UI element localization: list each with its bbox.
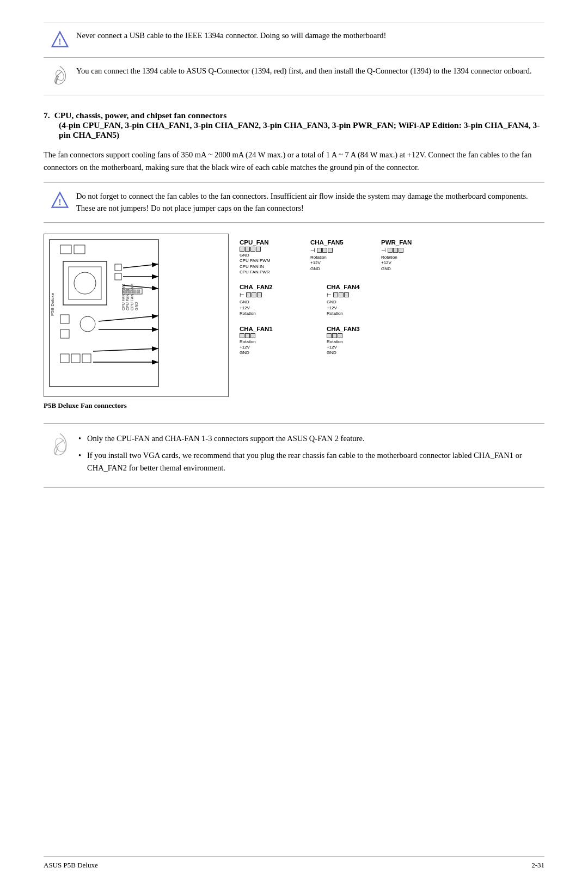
- caution-text: Do not forget to connect the fan cables …: [76, 191, 544, 215]
- cha-fan1-pins: Rotation +12V GND: [240, 333, 256, 356]
- section-number: 7.: [44, 111, 50, 120]
- svg-rect-34: [132, 290, 136, 293]
- cha-fan3-connector: CHA_FAN3 Rotation +12V GND: [327, 326, 381, 356]
- cha-fan2-pins: ⊢ GND +12V Rotation: [240, 291, 262, 316]
- notes-box: Only the CPU-FAN and CHA-FAN 1-3 connect…: [44, 423, 544, 488]
- body-paragraph: The fan connectors support cooling fans …: [44, 149, 544, 174]
- caution-icon: !: [44, 191, 76, 210]
- page-footer: ASUS P5B Deluxe 2-31: [44, 856, 544, 870]
- warning-text-1: Never connect a USB cable to the IEEE 13…: [76, 30, 544, 42]
- notes-list: Only the CPU-FAN and CHA-FAN 1-3 connect…: [76, 432, 544, 479]
- svg-text:P5B Deluxe: P5B Deluxe: [50, 292, 55, 316]
- cha-fan5-pins: ⊣ Rotation +12V GND: [310, 247, 333, 272]
- cha-fan2-connector: CHA_FAN2 ⊢ GND +12V Rotation: [240, 284, 294, 316]
- cha-fan4-connector: CHA_FAN4 ⊢ GND +12V Rotation: [327, 284, 381, 316]
- motherboard-diagram: P5B Deluxe: [44, 234, 229, 397]
- caution-notice: ! Do not forget to connect the fan cable…: [44, 182, 544, 223]
- svg-rect-32: [124, 290, 127, 293]
- cha-fan1-label: CHA_FAN1: [240, 326, 273, 332]
- cha-fan4-label: CHA_FAN4: [327, 284, 360, 290]
- section-title: CPU, chassis, power, and chipset fan con…: [54, 111, 227, 120]
- section-heading: 7. CPU, chassis, power, and chipset fan …: [44, 111, 544, 140]
- cha-fan3-pins: Rotation +12V GND: [327, 333, 343, 356]
- diagram-caption: P5B Deluxe Fan connectors: [44, 401, 127, 410]
- note-item-2: If you install two VGA cards, we recomme…: [76, 449, 544, 474]
- svg-rect-35: [137, 290, 140, 293]
- section-subtitle: (4-pin CPU_FAN, 3-pin CHA_FAN1, 3-pin CH…: [44, 120, 544, 140]
- cpu-fan-pins: GND CPU FAN PWM CPU FAN IN CPU FAN PWR: [240, 247, 270, 276]
- fan-row-top: CPU_FAN GND CPU FAN PWM CPU FAN IN CPU F…: [240, 239, 436, 276]
- footer-right: 2-31: [531, 861, 544, 870]
- warning-icon-1: !: [44, 30, 76, 50]
- svg-text:!: !: [58, 198, 61, 207]
- footer-left: ASUS P5B Deluxe: [44, 861, 98, 870]
- pwr-fan-pins: ⊣ Rotation +12V GND: [381, 247, 403, 272]
- cha-fan5-label: CHA_FAN5: [310, 239, 344, 246]
- note-notice-1: You can connect the 1394 cable to ASUS Q…: [44, 58, 544, 95]
- warning-notice-1: ! Never connect a USB cable to the IEEE …: [44, 22, 544, 58]
- svg-text:GND: GND: [134, 302, 138, 310]
- notes-icon: [44, 432, 76, 459]
- cha-fan4-pins: ⊢ GND +12V Rotation: [327, 291, 349, 316]
- cha-fan3-label: CHA_FAN3: [327, 326, 360, 332]
- note-text-1: You can connect the 1394 cable to ASUS Q…: [76, 65, 544, 77]
- svg-text:CPU FAN PWM: CPU FAN PWM: [130, 283, 134, 310]
- page-container: ! Never connect a USB cable to the IEEE …: [0, 0, 588, 886]
- pwr-fan-connector: PWR_FAN ⊣ Rotation +12V GND: [381, 239, 436, 276]
- cha-fan1-connector: CHA_FAN1 Rotation +12V GND: [240, 326, 294, 356]
- fan-row-bottom: CHA_FAN1 Rotation +12V GND: [240, 326, 436, 356]
- note-icon-1: [44, 65, 76, 87]
- cha-fan2-label: CHA_FAN2: [240, 284, 273, 290]
- cha-fan5-connector: CHA_FAN5 ⊣ Rotation +12V GND: [310, 239, 365, 276]
- fan-connectors-labels: CPU_FAN GND CPU FAN PWM CPU FAN IN CPU F…: [240, 234, 436, 358]
- cpu-fan-connector: CPU_FAN GND CPU FAN PWM CPU FAN IN CPU F…: [240, 239, 294, 276]
- note-item-1: Only the CPU-FAN and CHA-FAN 1-3 connect…: [76, 432, 544, 445]
- svg-text:CPU FAN PWR: CPU FAN PWR: [121, 284, 125, 310]
- svg-text:!: !: [58, 37, 61, 47]
- fan-row-middle: CHA_FAN2 ⊢ GND +12V Rotation: [240, 284, 436, 316]
- pwr-fan-label: PWR_FAN: [381, 239, 412, 246]
- cpu-fan-label: CPU_FAN: [240, 239, 269, 246]
- svg-rect-33: [128, 290, 131, 293]
- diagram-section: P5B Deluxe: [44, 234, 544, 410]
